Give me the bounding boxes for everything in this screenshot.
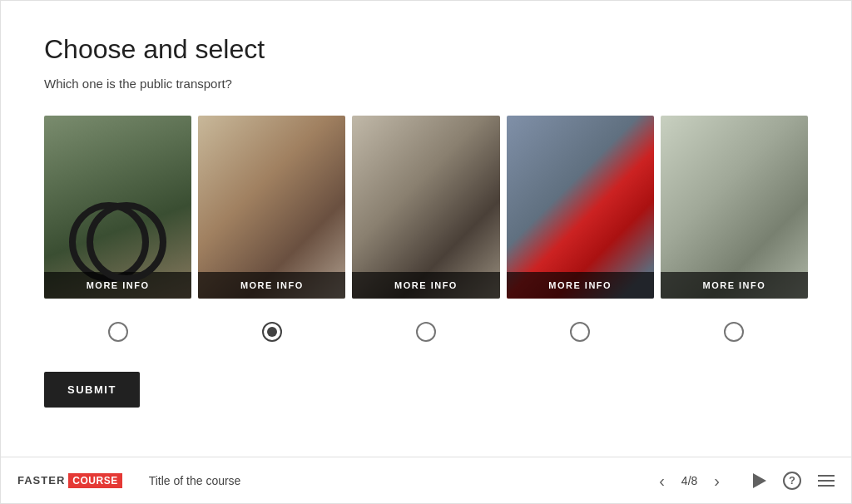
next-button[interactable]: › — [707, 469, 726, 492]
card-image-2: MORE INFO — [198, 116, 345, 299]
menu-button[interactable] — [818, 475, 835, 487]
page-title: Choose and select — [44, 34, 808, 65]
nav-controls: ‹ 4/8 › — [652, 469, 726, 492]
card-5[interactable]: MORE INFO — [661, 116, 808, 299]
radio-cell-4[interactable] — [507, 312, 654, 352]
play-button[interactable] — [753, 473, 766, 488]
card-4[interactable]: MORE INFO — [507, 116, 654, 299]
page-container: Choose and select Which one is the publi… — [0, 0, 852, 504]
more-info-btn-3[interactable]: MORE INFO — [352, 272, 499, 299]
cards-row: MORE INFO MORE INFO MORE INFO MORE INFO — [44, 116, 808, 299]
radio-2-inner — [267, 327, 277, 337]
card-2[interactable]: MORE INFO — [198, 116, 345, 299]
help-icon: ? — [783, 472, 801, 490]
card-image-4: MORE INFO — [507, 116, 654, 299]
card-3[interactable]: MORE INFO — [352, 116, 499, 299]
more-info-btn-1[interactable]: MORE INFO — [44, 272, 191, 299]
submit-button[interactable]: SUBMIT — [44, 372, 140, 408]
card-image-3: MORE INFO — [352, 116, 499, 299]
player-icons: ? — [753, 472, 835, 490]
card-1[interactable]: MORE INFO — [44, 116, 191, 299]
page-indicator: 4/8 — [681, 474, 697, 487]
radio-cell-3[interactable] — [352, 312, 499, 352]
hamburger-icon — [818, 475, 835, 487]
brand-course: COURSE — [68, 473, 121, 488]
course-title: Title of the course — [149, 474, 640, 487]
radio-4[interactable] — [570, 322, 590, 342]
radio-2[interactable] — [262, 322, 282, 342]
radio-cell-2[interactable] — [198, 312, 345, 352]
main-content: Choose and select Which one is the publi… — [1, 1, 851, 457]
radio-cell-5[interactable] — [661, 312, 808, 352]
question-text: Which one is the public transport? — [44, 77, 808, 91]
more-info-btn-4[interactable]: MORE INFO — [507, 272, 654, 299]
more-info-btn-2[interactable]: MORE INFO — [198, 272, 345, 299]
radio-1[interactable] — [108, 322, 128, 342]
brand-faster: FASTER — [17, 474, 65, 487]
play-icon — [753, 473, 766, 488]
radio-cell-1[interactable] — [44, 312, 191, 352]
card-image-5: MORE INFO — [661, 116, 808, 299]
prev-button[interactable]: ‹ — [652, 469, 671, 492]
help-button[interactable]: ? — [783, 472, 801, 490]
radio-3[interactable] — [416, 322, 436, 342]
more-info-btn-5[interactable]: MORE INFO — [661, 272, 808, 299]
brand-logo: FASTER COURSE — [17, 473, 122, 488]
card-image-1: MORE INFO — [44, 116, 191, 299]
radio-row — [44, 312, 808, 352]
radio-5[interactable] — [724, 322, 744, 342]
player-bar: FASTER COURSE Title of the course ‹ 4/8 … — [1, 457, 851, 503]
